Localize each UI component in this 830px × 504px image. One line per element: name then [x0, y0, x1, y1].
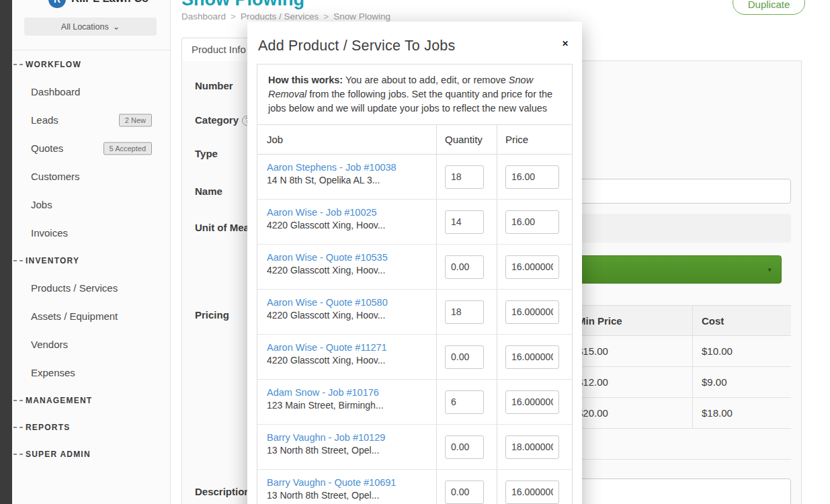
job-address: 4220 Glasscott Xing, Hoov...: [267, 220, 429, 230]
breadcrumb-current: Snow Plowing: [333, 11, 390, 22]
job-address: 4220 Glasscott Xing, Hoov...: [267, 310, 429, 321]
sidebar-item-products-services[interactable]: Products / Services: [12, 274, 171, 302]
cost-value: $10.00: [692, 336, 791, 366]
duplicate-button-label: Duplicate: [748, 0, 790, 10]
location-selector[interactable]: All Locations ⌄: [24, 17, 157, 36]
nav-section-label: WORKFLOW: [26, 60, 81, 69]
job-link[interactable]: Barry Vaughn - Job #10129: [267, 432, 429, 443]
sidebar-item-leads[interactable]: Leads 2 New: [12, 106, 171, 134]
price-input[interactable]: [505, 210, 559, 234]
company-name: RIIPL Lawn Co: [71, 0, 149, 5]
nav-section-inventory: INVENTORY: [12, 247, 171, 274]
cost-header: Cost: [692, 306, 791, 335]
description-label: Description: [195, 486, 251, 497]
quantity-column-header: Quantity: [436, 125, 497, 154]
price-input[interactable]: [505, 390, 559, 414]
modal-info-text: How this works: You are about to add, ed…: [257, 65, 572, 125]
job-link[interactable]: Aaron Stephens - Job #10038: [267, 162, 429, 173]
sidebar-item-expenses[interactable]: Expenses: [12, 359, 171, 387]
price-input[interactable]: [505, 435, 559, 459]
sidebar-item-label: Vendors: [31, 339, 68, 350]
sidebar-item-jobs[interactable]: Jobs: [12, 191, 171, 219]
category-label: Category?: [195, 114, 252, 126]
price-input[interactable]: [505, 300, 559, 324]
duplicate-button[interactable]: Duplicate: [733, 0, 805, 15]
company-logo: R: [48, 0, 66, 8]
breadcrumb: Dashboard>Products / Services>Snow Plowi…: [181, 11, 390, 22]
sidebar-item-invoices[interactable]: Invoices: [12, 219, 171, 247]
cost-value: $9.00: [692, 367, 791, 397]
section-dash-icon: [13, 260, 23, 261]
quantity-input[interactable]: [445, 390, 484, 414]
sidebar-item-dashboard[interactable]: Dashboard: [12, 78, 171, 106]
breadcrumb-separator: >: [323, 11, 329, 22]
quantity-input[interactable]: [445, 435, 484, 459]
quantity-input[interactable]: [445, 345, 484, 369]
modal-content-box: How this works: You are about to add, ed…: [257, 64, 573, 504]
job-row: Barry Vaughn - Job #10129 13 North 8th S…: [257, 425, 572, 470]
section-dash-icon: [13, 64, 23, 65]
nav-section-workflow: WORKFLOW: [12, 51, 171, 78]
sidebar: R RIIPL Lawn Co All Locations ⌄ WORKFLOW…: [12, 0, 171, 504]
info-text-2: from the following jobs. Set the quantit…: [268, 89, 552, 114]
sidebar-item-label: Invoices: [31, 227, 68, 239]
job-row: Aaron Wise - Job #10025 4220 Glasscott X…: [257, 200, 572, 245]
sidebar-item-label: Leads: [31, 114, 58, 126]
sidebar-item-label: Dashboard: [31, 86, 80, 97]
job-row: Aaron Wise - Quote #10580 4220 Glasscott…: [257, 290, 572, 335]
price-input[interactable]: [505, 255, 559, 279]
section-dash-icon: [13, 427, 23, 428]
nav-section-label: REPORTS: [26, 423, 70, 432]
sidebar-item-customers[interactable]: Customers: [12, 163, 171, 191]
sidebar-item-label: Quotes: [31, 142, 63, 154]
name-label: Name: [195, 185, 222, 197]
min-price-value: $12.00: [568, 367, 692, 397]
price-input[interactable]: [505, 165, 559, 189]
min-price-value: $20.00: [568, 398, 692, 428]
quantity-input[interactable]: [445, 165, 484, 189]
quantity-input[interactable]: [445, 480, 484, 504]
quantity-input[interactable]: [445, 300, 484, 324]
min-price-header: Min Price: [568, 306, 692, 335]
nav-section-label: SUPER ADMIN: [26, 450, 91, 459]
quantity-input[interactable]: [445, 255, 484, 279]
job-link[interactable]: Adam Snow - Job #10176: [267, 387, 429, 398]
price-input[interactable]: [505, 345, 559, 369]
cost-value: $18.00: [692, 398, 791, 428]
price-input[interactable]: [505, 480, 559, 504]
page-title: Snow Plowing: [181, 0, 304, 10]
breadcrumb-dashboard[interactable]: Dashboard: [181, 11, 226, 22]
add-product-to-jobs-modal: Add Product / Service To Jobs ✕ How this…: [247, 22, 582, 504]
breadcrumb-separator: >: [231, 11, 236, 22]
info-bold: How this works:: [268, 75, 343, 85]
sidebar-item-label: Products / Services: [31, 282, 118, 294]
job-link[interactable]: Barry Vaughn - Quote #10691: [267, 477, 429, 488]
min-price-value: $15.00: [568, 336, 692, 366]
job-link[interactable]: Aaron Wise - Quote #10535: [267, 252, 429, 263]
left-edge-strip: [0, 0, 12, 504]
job-link[interactable]: Aaron Wise - Quote #11271: [267, 342, 429, 353]
job-link[interactable]: Aaron Wise - Job #10025: [267, 207, 429, 218]
job-row: Aaron Wise - Quote #11271 4220 Glasscott…: [257, 335, 572, 380]
location-label: All Locations: [61, 22, 109, 32]
job-address: 14 N 8th St, Opelika AL 3...: [267, 175, 429, 185]
number-label: Number: [195, 80, 233, 91]
nav-section-reports[interactable]: REPORTS: [12, 414, 171, 441]
sidebar-item-quotes[interactable]: Quotes 5 Accepted: [12, 134, 171, 163]
sidebar-item-label: Customers: [31, 171, 80, 182]
close-icon[interactable]: ✕: [559, 36, 571, 51]
sidebar-item-vendors[interactable]: Vendors: [12, 331, 171, 359]
nav-section-label: MANAGEMENT: [26, 396, 92, 405]
nav-section-super-admin[interactable]: SUPER ADMIN: [12, 441, 171, 468]
job-address: 4220 Glasscott Xing, Hoov...: [267, 355, 429, 366]
sidebar-item-assets-equipment[interactable]: Assets / Equipment: [12, 302, 171, 331]
sidebar-item-label: Jobs: [31, 199, 52, 210]
sidebar-item-label: Expenses: [31, 367, 75, 378]
quantity-input[interactable]: [445, 210, 484, 234]
breadcrumb-products-services[interactable]: Products / Services: [241, 11, 319, 22]
job-row: Barry Vaughn - Quote #10691 13 North 8th…: [257, 470, 572, 504]
nav-section-management[interactable]: MANAGEMENT: [12, 387, 171, 414]
job-link[interactable]: Aaron Wise - Quote #10580: [267, 297, 429, 308]
chevron-down-icon: ⌄: [113, 22, 120, 32]
nav-section-label: INVENTORY: [26, 256, 79, 265]
